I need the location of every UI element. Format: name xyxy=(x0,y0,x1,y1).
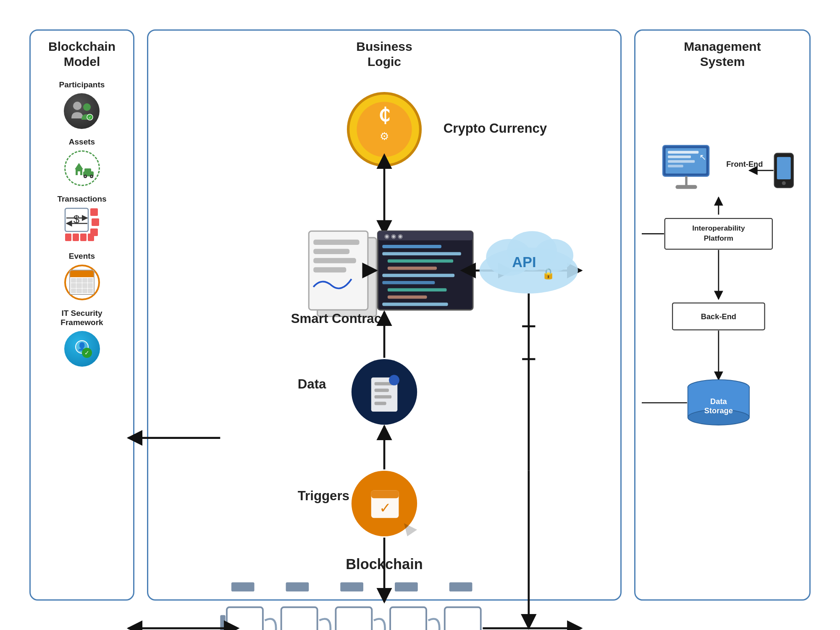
blockchain-model-title: Blockchain Model xyxy=(37,39,127,69)
transactions-label: Transactions xyxy=(57,194,106,204)
svg-rect-23 xyxy=(88,234,94,241)
business-svg: ₵ ⚙ Crypto Currency xyxy=(155,76,614,630)
svg-text:Front-End: Front-End xyxy=(726,160,763,168)
svg-rect-6 xyxy=(78,171,80,175)
svg-rect-48 xyxy=(382,281,435,284)
svg-text:Triggers: Triggers xyxy=(298,488,349,503)
cal-cell xyxy=(71,283,76,288)
svg-rect-17 xyxy=(90,208,98,216)
svg-rect-80 xyxy=(449,582,472,591)
svg-rect-78 xyxy=(395,582,418,591)
calendar-grid xyxy=(70,277,94,294)
svg-rect-38 xyxy=(313,258,356,263)
svg-rect-66 xyxy=(371,491,399,499)
svg-text:Data: Data xyxy=(710,397,727,406)
svg-rect-105 xyxy=(675,185,697,189)
svg-text:Data: Data xyxy=(298,377,326,391)
blockchain-model-section: Blockchain Model Participants xyxy=(29,29,134,601)
management-system-title: ManagementSystem xyxy=(642,39,803,69)
svg-rect-108 xyxy=(777,157,791,179)
events-calendar-outer xyxy=(64,265,100,300)
svg-rect-102 xyxy=(668,165,683,167)
svg-rect-8 xyxy=(84,168,91,172)
svg-point-0 xyxy=(73,102,81,110)
svg-rect-39 xyxy=(313,267,346,273)
blockchain-items: Participants ✓ xyxy=(37,76,127,591)
cal-cell xyxy=(71,278,76,283)
events-icon xyxy=(63,263,101,301)
calendar-header xyxy=(70,270,94,277)
svg-text:✓: ✓ xyxy=(88,116,92,120)
transactions-box: $ xyxy=(64,207,100,243)
svg-text:🔒: 🔒 xyxy=(542,267,555,280)
transactions-icon: $ xyxy=(63,206,101,244)
svg-rect-46 xyxy=(388,267,437,270)
assets-icon xyxy=(63,149,101,187)
it-security-circle: 👤 ✓ xyxy=(64,331,100,367)
participants-label: Participants xyxy=(59,80,105,89)
svg-rect-100 xyxy=(668,155,691,158)
svg-point-109 xyxy=(782,181,786,185)
svg-rect-22 xyxy=(80,234,87,241)
svg-rect-74 xyxy=(286,582,309,591)
it-security-item: IT SecurityFramework 👤 ✓ xyxy=(60,309,103,368)
participants-item: Participants ✓ xyxy=(59,80,105,130)
svg-point-11 xyxy=(84,176,86,177)
management-system-section: ManagementSystem xyxy=(634,29,811,601)
svg-text:Back-End: Back-End xyxy=(701,312,736,321)
it-security-label: IT SecurityFramework xyxy=(60,309,103,327)
svg-rect-20 xyxy=(65,234,71,241)
svg-text:₵: ₵ xyxy=(378,105,390,125)
cal-cell xyxy=(82,289,87,293)
svg-rect-77 xyxy=(390,607,426,630)
svg-text:Storage: Storage xyxy=(704,406,733,415)
management-inner: ↖ Front-End Interopera xyxy=(642,76,803,591)
svg-text:↖: ↖ xyxy=(699,152,706,162)
svg-point-1 xyxy=(83,103,91,111)
cal-cell xyxy=(71,289,76,293)
svg-rect-79 xyxy=(445,607,481,630)
svg-text:Smart Contract: Smart Contract xyxy=(291,311,386,326)
cal-cell xyxy=(76,278,81,283)
svg-rect-101 xyxy=(668,160,695,163)
svg-point-87 xyxy=(534,239,573,272)
cal-cell xyxy=(88,278,93,283)
management-svg: ↖ Front-End Interopera xyxy=(642,80,803,591)
svg-text:✓: ✓ xyxy=(84,349,89,356)
svg-rect-18 xyxy=(92,218,99,226)
business-inner: ₵ ⚙ Crypto Currency xyxy=(155,76,614,630)
svg-text:Platform: Platform xyxy=(704,234,733,242)
svg-point-12 xyxy=(91,176,92,177)
svg-text:⚙: ⚙ xyxy=(380,130,389,142)
cal-cell xyxy=(82,283,87,288)
svg-text:◉ ◉ ◉: ◉ ◉ ◉ xyxy=(384,233,403,239)
events-calendar-inner xyxy=(69,270,94,295)
svg-rect-45 xyxy=(388,259,453,262)
events-label: Events xyxy=(69,252,95,261)
svg-text:Interoperability: Interoperability xyxy=(692,224,745,232)
svg-rect-71 xyxy=(227,607,263,630)
svg-rect-99 xyxy=(668,151,698,153)
svg-rect-47 xyxy=(382,274,454,277)
transactions-item: Transactions $ xyxy=(57,194,106,244)
svg-rect-72 xyxy=(231,582,255,591)
svg-rect-75 xyxy=(336,607,372,630)
svg-text:✓: ✓ xyxy=(379,500,391,516)
svg-rect-58 xyxy=(375,388,389,392)
cal-cell xyxy=(76,289,81,293)
svg-text:API: API xyxy=(512,254,536,270)
assets-label: Assets xyxy=(69,137,95,147)
svg-rect-51 xyxy=(382,303,448,306)
svg-rect-104 xyxy=(685,176,687,186)
assets-item: Assets xyxy=(63,137,101,187)
svg-rect-49 xyxy=(388,288,447,291)
participants-circle: ✓ xyxy=(64,93,100,129)
cal-cell xyxy=(88,289,93,293)
svg-marker-4 xyxy=(75,163,83,169)
svg-rect-73 xyxy=(281,607,318,630)
svg-rect-59 xyxy=(375,395,392,399)
svg-point-61 xyxy=(389,375,399,386)
cal-cell xyxy=(88,283,93,288)
svg-rect-37 xyxy=(313,249,349,254)
svg-text:Crypto Currency: Crypto Currency xyxy=(444,121,547,136)
